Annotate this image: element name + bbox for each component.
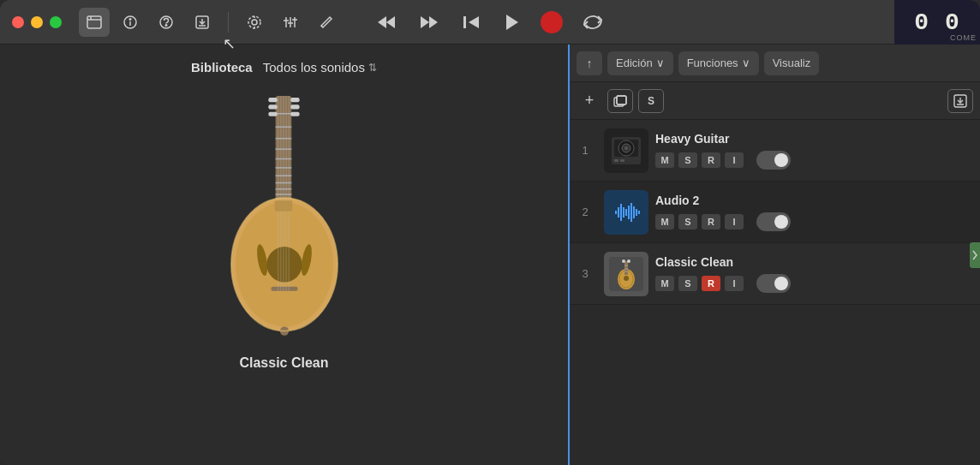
input-button-2[interactable]: I xyxy=(725,214,744,230)
maximize-button[interactable] xyxy=(50,16,62,28)
track-icon-classic-clean xyxy=(604,252,648,296)
instrument-name: Classic Clean xyxy=(239,355,328,371)
svg-rect-41 xyxy=(268,98,277,102)
toggle-knob-2 xyxy=(774,215,788,229)
play-button[interactable] xyxy=(499,9,525,35)
guitar-amp-icon xyxy=(609,134,643,168)
smart-controls-button[interactable] xyxy=(239,8,270,37)
edition-arrow-icon: ∨ xyxy=(656,57,665,69)
svg-point-71 xyxy=(624,146,628,150)
input-button-3[interactable]: I xyxy=(725,276,744,291)
solo-button-1[interactable]: S xyxy=(678,152,697,168)
svg-rect-27 xyxy=(463,16,466,28)
close-button[interactable] xyxy=(12,16,24,28)
track-name-1: Heavy Guitar xyxy=(655,132,977,146)
guitar-svg xyxy=(182,96,387,344)
tracks-toolbar: + S xyxy=(570,82,980,120)
track-info-3: Classic Clean M S R I xyxy=(655,255,977,293)
svg-marker-22 xyxy=(378,16,386,28)
svg-rect-60 xyxy=(274,200,292,211)
record-button[interactable] xyxy=(541,11,563,33)
expand-tracks-button[interactable] xyxy=(970,242,980,268)
visualizar-label: Visualiz xyxy=(773,57,811,69)
tracks-up-button[interactable]: ↑ xyxy=(577,51,602,75)
toggle-knob-1 xyxy=(774,153,788,167)
record-arm-button-3[interactable]: R xyxy=(702,276,720,291)
track-number-2: 2 xyxy=(573,206,597,218)
add-track-button[interactable]: + xyxy=(577,89,602,113)
track-name-2: Audio 2 xyxy=(655,194,977,207)
track-controls-2: M S R I xyxy=(655,212,977,231)
funciones-label: Funciones xyxy=(687,57,738,69)
mixer-button[interactable] xyxy=(275,8,306,37)
transport-controls xyxy=(373,9,607,35)
help-button[interactable] xyxy=(151,8,182,37)
chevron-updown-icon: ⇅ xyxy=(368,62,377,74)
input-button-1[interactable]: I xyxy=(725,152,744,168)
svg-point-11 xyxy=(248,16,260,28)
svg-rect-72 xyxy=(614,159,618,162)
download-toolbar-button[interactable] xyxy=(187,8,218,37)
track-icon-audio2 xyxy=(604,190,648,235)
track-controls-1: M S R I xyxy=(655,151,977,170)
track-controls-3: M S R I xyxy=(655,274,977,293)
svg-marker-23 xyxy=(386,16,395,28)
edition-menu-button[interactable]: Edición ∨ xyxy=(607,51,673,75)
svg-marker-28 xyxy=(506,15,518,30)
mute-button-1[interactable]: M xyxy=(655,152,674,168)
table-row[interactable]: 2 xyxy=(570,182,980,243)
funciones-menu-button[interactable]: Funciones ∨ xyxy=(678,51,759,75)
fast-forward-button[interactable] xyxy=(415,10,443,34)
svg-rect-0 xyxy=(87,16,101,28)
visualizar-menu-button[interactable]: Visualiz xyxy=(764,51,820,75)
svg-point-12 xyxy=(252,20,257,25)
mute-button-2[interactable]: M xyxy=(655,214,674,230)
minimize-button[interactable] xyxy=(31,16,43,28)
svg-point-5 xyxy=(129,18,131,20)
cycle-button[interactable] xyxy=(578,9,607,35)
to-start-button[interactable] xyxy=(458,10,484,34)
library-dropdown-label: Todos los sonidos xyxy=(263,60,365,75)
svg-rect-45 xyxy=(290,104,299,109)
track-info-1: Heavy Guitar M S R I xyxy=(655,132,977,170)
toolbar-left xyxy=(79,8,342,37)
solo-button-3[interactable]: S xyxy=(678,276,697,291)
svg-point-95 xyxy=(627,259,630,263)
track-info-2: Audio 2 M S R I xyxy=(655,194,977,231)
library-dropdown[interactable]: Todos los sonidos ⇅ xyxy=(263,60,377,75)
record-arm-button-1[interactable]: R xyxy=(702,152,720,168)
library-header: Biblioteca Todos los sonidos ⇅ xyxy=(0,45,568,83)
track-icon-heavy-guitar xyxy=(604,128,648,173)
table-row[interactable]: 1 Heavy Guitar M xyxy=(570,120,980,182)
instrument-image xyxy=(164,92,404,349)
toolbar-separator xyxy=(228,12,229,33)
svg-rect-42 xyxy=(268,104,277,109)
track-enable-toggle-3[interactable] xyxy=(756,274,791,293)
guitar-icon xyxy=(609,257,643,291)
mute-button-3[interactable]: M xyxy=(655,276,674,291)
pencil-button[interactable] xyxy=(311,8,342,37)
track-enable-toggle-2[interactable] xyxy=(756,212,791,231)
solo-button-2[interactable]: S xyxy=(678,214,697,230)
rewind-button[interactable] xyxy=(373,10,400,34)
svg-point-51 xyxy=(266,247,302,282)
solo-button[interactable]: S xyxy=(638,89,664,113)
tracks-list: 1 Heavy Guitar M xyxy=(570,120,980,465)
tracks-header: ↑ Edición ∨ Funciones ∨ Visualiz xyxy=(570,45,980,82)
duplicate-track-button[interactable] xyxy=(607,89,633,113)
svg-line-21 xyxy=(321,26,323,27)
track-number-1: 1 xyxy=(573,144,597,157)
record-arm-button-2[interactable]: R xyxy=(702,214,720,230)
svg-marker-24 xyxy=(421,16,429,28)
funciones-arrow-icon: ∨ xyxy=(742,57,750,69)
main-area: Biblioteca Todos los sonidos ⇅ xyxy=(0,45,980,465)
svg-rect-52 xyxy=(271,287,297,291)
table-row[interactable]: 3 xyxy=(570,243,980,305)
tracks-download-button[interactable] xyxy=(947,89,973,113)
media-browser-button[interactable] xyxy=(79,8,110,37)
svg-point-94 xyxy=(622,259,625,263)
info-button[interactable] xyxy=(115,8,146,37)
svg-point-89 xyxy=(624,276,629,281)
track-enable-toggle-1[interactable] xyxy=(756,151,791,170)
toggle-knob-3 xyxy=(774,277,788,290)
